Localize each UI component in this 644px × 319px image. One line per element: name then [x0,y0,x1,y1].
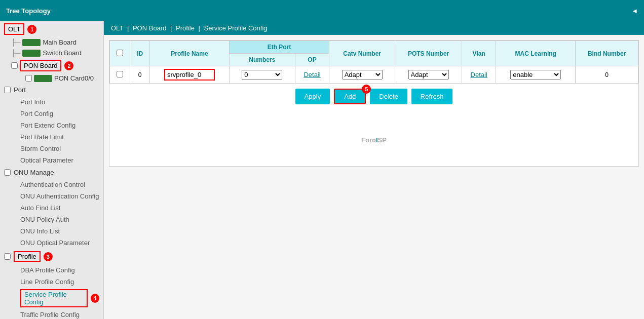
breadcrumb-sep2: | [170,24,174,32]
optical-parameter-link[interactable]: Optical Parameter [0,154,103,166]
watermark-text: ForoISP [361,130,387,146]
table-row: 0 0 1 2 4 [110,66,638,84]
dba-profile-config-link[interactable]: DBA Profile Config [0,264,103,276]
col-pots-header: POTS Number [395,41,462,66]
row-bind-number: 0 [576,66,638,84]
olt-row: OLT 1 [0,21,103,37]
collapse-arrow[interactable]: ◄ [631,7,638,15]
switch-board-item[interactable]: ├─ Switch Board [0,48,103,58]
col-catv-header: Catv Number [329,41,395,66]
onu-auth-config-link[interactable]: ONU Authentication Config [0,190,103,202]
app-header: Tree Topology ◄ [0,0,644,21]
breadcrumb-sep3: | [199,24,202,32]
port-info-link[interactable]: Port Info [0,96,103,108]
col-bind-header: Bind Number [576,41,638,66]
row-vlan: Detail [462,66,496,84]
port-section-header[interactable]: Port [0,84,103,96]
row-eth-numbers: 0 1 2 4 [229,66,295,84]
pon-board-label[interactable]: PON Board [24,62,57,69]
port-config-link[interactable]: Port Config [0,108,103,119]
row-eth-op: Detail [295,66,329,84]
pon-board-checkbox[interactable] [11,62,18,69]
select-all-checkbox[interactable] [117,50,123,56]
onu-manage-section-header[interactable]: ONU Manage [0,166,103,179]
profile-name-input[interactable] [164,69,215,81]
pon-card-checkbox[interactable] [25,75,32,82]
service-profile-badge: 4 [91,294,99,303]
eth-numbers-select[interactable]: 0 1 2 4 [242,70,282,79]
profile-section-header: Profile 3 [0,249,103,264]
col-checkbox-header [110,41,130,66]
main-board-icon [22,39,41,46]
olt-node[interactable]: OLT [4,23,24,35]
auto-find-list-link[interactable]: Auto Find List [0,202,103,214]
catv-select[interactable]: Adapt 0 1 [342,70,383,79]
port-checkbox[interactable] [4,87,11,93]
add-button[interactable]: Add [334,89,366,104]
row-pots: Adapt 0 1 [395,66,462,84]
breadcrumb-olt: OLT [111,24,123,32]
profile-label: Profile [18,253,36,260]
row-id: 0 [130,66,150,84]
pon-card-label: PON Card0/0 [54,74,94,82]
pon-board-row: PON Board 2 [0,58,103,73]
pon-card-icon [34,75,52,82]
mac-learning-select[interactable]: enable disable [510,70,561,79]
profile-label-box[interactable]: Profile [14,251,41,262]
breadcrumb-sep1: | [127,24,131,32]
pots-select[interactable]: Adapt 0 1 [408,70,449,79]
line-profile-config-link[interactable]: Line Profile Config [0,276,103,288]
breadcrumb: OLT | PON Board | Profile | Service Prof… [104,21,644,35]
watermark: ForoISP [109,109,638,166]
auth-control-link[interactable]: Authentication Control [0,179,103,190]
breadcrumb-pon-board: PON Board [133,24,166,32]
vlan-detail-link[interactable]: Detail [471,71,487,78]
olt-label[interactable]: OLT [8,25,20,33]
col-profile-name-header: Profile Name [150,41,230,66]
col-id-header: ID [130,41,150,66]
main-board-item[interactable]: ├─ Main Board [0,37,103,48]
switch-board-icon [22,50,41,57]
profile-badge: 3 [44,252,53,261]
row-profile-name [150,66,230,84]
eth-detail-link[interactable]: Detail [304,71,320,78]
profile-checkbox[interactable] [4,253,11,260]
breadcrumb-service-profile-config: Service Profile Config [204,24,268,32]
port-extend-config-link[interactable]: Port Extend Config [0,119,103,131]
content-body: ID Profile Name Eth Port Catv Number POT… [104,35,644,319]
col-eth-op-header: OP [295,54,329,66]
onu-optical-param-link[interactable]: ONU Optical Parameter [0,237,103,249]
traffic-profile-config-link[interactable]: Traffic Profile Config [0,309,103,319]
port-label: Port [14,86,26,94]
row-checkbox [110,66,130,84]
delete-button[interactable]: Delete [370,89,407,104]
add-button-wrapper: Add 5 [334,89,366,104]
pon-board-node[interactable]: PON Board [20,60,61,71]
apply-button[interactable]: Apply [295,89,330,104]
col-eth-numbers-header: Numbers [229,54,295,66]
row-catv: Adapt 0 1 [329,66,395,84]
row-mac-learning: enable disable [496,66,576,84]
switch-board-label: Switch Board [43,49,82,57]
sidebar: OLT 1 ├─ Main Board ├─ Switch Board PON … [0,21,104,319]
service-profile-config-link[interactable]: Service Profile Config [20,289,88,307]
olt-badge: 1 [27,25,36,34]
onu-info-list-link[interactable]: ONU Info List [0,225,103,237]
service-profile-row: Service Profile Config 4 [0,288,103,309]
onu-policy-auth-link[interactable]: ONU Policy Auth [0,214,103,225]
content-area: OLT | PON Board | Profile | Service Prof… [104,21,644,319]
action-buttons: Apply Add 5 Delete Refresh [109,84,638,109]
pon-card-item[interactable]: PON Card0/0 [0,73,103,84]
app-title: Tree Topology [6,7,51,15]
service-profile-table: ID Profile Name Eth Port Catv Number POT… [109,41,638,84]
main-table-container: ID Profile Name Eth Port Catv Number POT… [109,40,639,167]
onu-manage-checkbox[interactable] [4,169,11,176]
refresh-button[interactable]: Refresh [411,89,453,104]
breadcrumb-profile: Profile [176,24,195,32]
storm-control-link[interactable]: Storm Control [0,143,103,154]
col-eth-port-header: Eth Port [229,41,329,54]
port-rate-limit-link[interactable]: Port Rate Limit [0,131,103,143]
col-mac-header: MAC Learning [496,41,576,66]
pon-board-badge: 2 [64,61,73,70]
row-select-checkbox[interactable] [117,71,123,77]
